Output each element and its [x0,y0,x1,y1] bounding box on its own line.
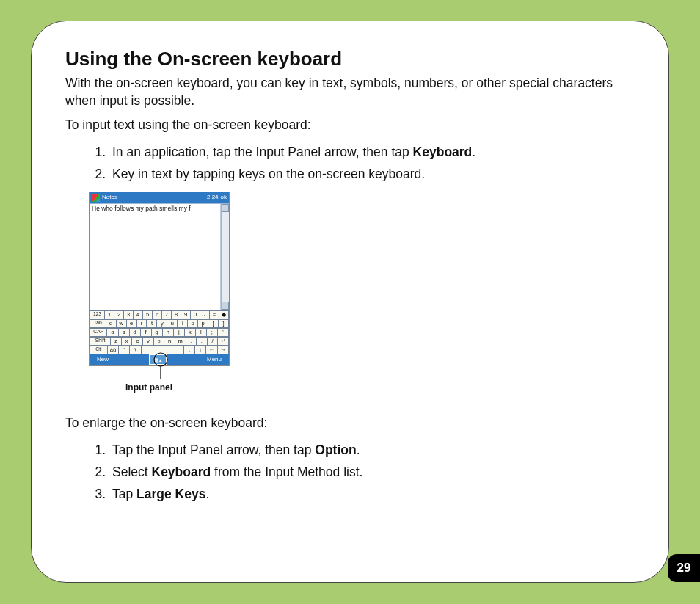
list-item: Tap Large Keys. [109,484,635,504]
kb-key: e [126,319,136,328]
kb-key: l [195,328,206,337]
kb-key: = [209,310,219,319]
kb-key: Shift [90,337,110,346]
start-flag-icon [92,194,100,202]
device-content: He who follows my path smells my f [90,203,229,310]
kb-key: 8 [171,310,181,319]
step-text: Select [112,465,152,479]
step-text: Tap the Input Panel arrow, then tap [112,443,315,457]
kb-row: 123 1 2 3 4 5 6 7 8 9 0 - = ◆ [90,310,229,319]
kb-key: a [106,328,117,337]
kb-key: CAP [90,328,106,337]
kb-key: i [177,319,187,328]
kb-key: → [217,346,229,354]
kb-key: y [156,319,167,328]
step-bold: Keyboard [413,145,473,159]
kb-key: g [151,328,162,337]
kb-row: CAP a s d f g h j k l ; ' [90,328,229,337]
status-ok: ok [221,194,227,200]
kb-key: 2 [114,310,123,319]
kb-key: z [110,337,121,346]
kb-key: [ [208,319,218,328]
kb-key: ↵ [217,337,229,346]
list-item: Select Keyboard from the Input Method li… [109,462,635,482]
app-title: Notes [102,194,117,200]
kb-key: 3 [123,310,133,319]
kb-key: ◆ [219,310,229,319]
kb-key: ↑ [194,346,205,354]
callout-label: Input panel [125,382,172,393]
scrollbar [221,204,229,310]
kb-key: 0 [190,310,200,319]
figure-callout: Input panel [89,366,230,399]
step-text: . [205,487,209,501]
lead-in-2: To enlarge the on-screen keyboard: [65,415,635,432]
kb-key: Tab [90,319,106,328]
kb-key: ↓ [183,346,194,354]
step-text: from the Input Method list. [211,465,362,479]
kb-key: w [116,319,126,328]
step-bold: Large Keys [136,487,205,501]
device-figure: Notes 2:24 ok He who follows my path sme… [89,192,230,399]
intro-paragraph: With the on-screen keyboard, you can key… [65,75,635,109]
kb-key: j [173,328,184,337]
kb-key: Ctl [90,346,107,354]
kb-key: áü [107,346,118,354]
kb-key: k [184,328,195,337]
onscreen-keyboard: 123 1 2 3 4 5 6 7 8 9 0 - = ◆ Tab [90,310,229,354]
kb-key: r [136,319,147,328]
kb-key: n [164,337,175,346]
steps-list-2: Tap the Input Panel arrow, then tap Opti… [65,440,635,504]
kb-key: 6 [152,310,161,319]
kb-key: 1 [104,310,114,319]
step-bold: Option [315,443,356,457]
status-time: 2:24 [207,194,219,200]
kb-key: ` [118,346,129,354]
kb-key: 123 [90,310,104,319]
kb-key: ' [217,328,229,337]
steps-list-1: In an application, tap the Input Panel a… [65,142,635,184]
scroll-up-icon [222,204,229,212]
bottombar-menu: Menu [207,357,222,363]
notes-text-area: He who follows my path smells my f [90,204,221,310]
kb-key: ] [218,319,229,328]
kb-key: f [140,328,151,337]
kb-key: s [118,328,129,337]
kb-key: o [187,319,197,328]
kb-row: Tab q w e r t y u i o p [ ] [90,319,229,328]
kb-key: d [129,328,140,337]
step-text: In an application, tap the Input Panel a… [112,145,413,159]
kb-key: x [121,337,132,346]
kb-row: Shift z x c v b n m , . / ↵ [90,337,229,346]
kb-key: ← [205,346,216,354]
kb-key: m [175,337,186,346]
step-text: Key in text by tapping keys on the on-sc… [112,167,425,181]
kb-key: b [153,337,164,346]
list-item: In an application, tap the Input Panel a… [109,142,635,162]
page-card: Using the On-screen keyboard With the on… [31,21,669,583]
lead-in-1: To input text using the on-screen keyboa… [65,117,635,134]
page-number: 29 [677,561,691,575]
step-bold: Keyboard [152,465,211,479]
device-frame: Notes 2:24 ok He who follows my path sme… [89,192,230,366]
list-item: Tap the Input Panel arrow, then tap Opti… [109,440,635,460]
kb-key: 4 [133,310,142,319]
kb-key: p [197,319,208,328]
kb-key: 7 [161,310,171,319]
callout-line-icon [151,350,173,382]
kb-key: 5 [142,310,152,319]
kb-key: ; [206,328,217,337]
kb-key: u [167,319,177,328]
step-text: Tap [112,487,136,501]
device-titlebar: Notes 2:24 ok [90,192,229,203]
list-item: Key in text by tapping keys on the on-sc… [109,164,635,184]
kb-key: q [106,319,116,328]
bottombar-new: New [97,357,109,363]
step-text: . [472,145,475,159]
svg-point-0 [154,353,167,366]
kb-key: \ [129,346,140,354]
step-text: . [357,443,360,457]
scroll-down-icon [222,302,229,310]
kb-key: , [186,337,197,346]
kb-key: / [207,337,218,346]
